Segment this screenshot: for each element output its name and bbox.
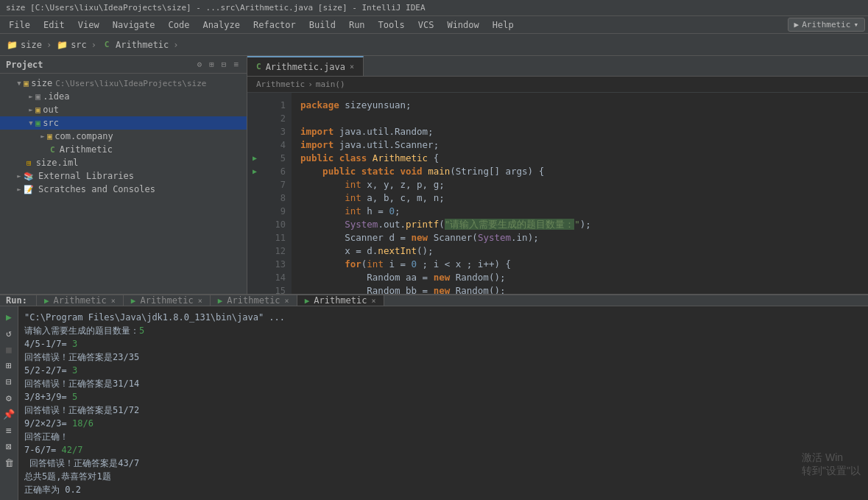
run-filter-button[interactable]: ⊠ [1, 439, 16, 454]
editor-breadcrumb: Arithmetic › main() [247, 77, 868, 93]
scratches-icon: 📝 [24, 185, 34, 194]
breadcrumb-arithmetic[interactable]: Arithmetic [116, 40, 169, 50]
menu-vcs[interactable]: VCS [412, 18, 440, 32]
run-tab-3[interactable]: ▶ Arithmetic × [211, 295, 297, 306]
console-line-path: "C:\Program Files\Java\jdk1.8.0_131\bin\… [24, 311, 862, 324]
run-step-button[interactable]: ⊟ [1, 374, 16, 389]
iml-icon: ⊞ [27, 158, 32, 168]
folder-icon-idea: ▣ [35, 91, 40, 102]
code-line-5: public class Arithmetic { [300, 152, 859, 165]
code-line-2 [300, 112, 859, 125]
run-trash-button[interactable]: 🗑 [1, 455, 16, 470]
tree-item-idea[interactable]: ► ▣ .idea [0, 90, 247, 103]
tree-item-size[interactable]: ▼ ▣ size C:\Users\lixu\IdeaProjects\size [0, 77, 247, 90]
run-icon-1: ▶ [44, 296, 49, 306]
run-scroll-button[interactable]: ≡ [1, 423, 16, 437]
console-line-q2: 5/2-2/7= 3 [24, 364, 862, 377]
panel-expand-icon[interactable]: ⊞ [207, 59, 216, 70]
console-line-q3: 3/8+3/9= 5 [24, 390, 862, 404]
run-stop-button[interactable]: ■ [1, 342, 16, 356]
run-pause-button[interactable]: ⊞ [1, 358, 16, 373]
menu-window[interactable]: Window [441, 18, 484, 32]
run-tab-close-1[interactable]: × [111, 297, 116, 305]
code-content[interactable]: package sizeyunsuan; import java.util.Ra… [292, 93, 868, 294]
run-tab-1[interactable]: ▶ Arithmetic × [37, 295, 124, 306]
tree-label-sizeiml: size.iml [36, 158, 79, 168]
code-line-8: int a, b, c, m, n; [300, 191, 859, 205]
code-line-6: public static void main(String[] args) { [300, 165, 859, 178]
title-text: size [C:\Users\lixu\IdeaProjects\size] -… [6, 3, 426, 13]
run-tab-label-4: Arithmetic [314, 295, 367, 306]
tree-item-com-company[interactable]: ► ▣ com.company [0, 130, 247, 143]
run-play-button[interactable]: ▶ [1, 309, 16, 324]
tree-item-scratches[interactable]: ► 📝 Scratches and Consoles [0, 183, 247, 196]
run-icon-4: ▶ [305, 296, 310, 306]
run-settings-button[interactable]: ⚙ [1, 390, 16, 405]
run-config[interactable]: ▶ Arithmetic ▾ [788, 18, 865, 32]
gutter-run-class[interactable]: ▶ [247, 152, 262, 165]
run-tab-4[interactable]: ▶ Arithmetic × [297, 295, 384, 306]
tree-item-src[interactable]: ▼ ▣ src [0, 116, 247, 130]
run-rerun-button[interactable]: ↺ [1, 325, 16, 340]
run-label-text: Run: [6, 295, 27, 306]
breadcrumb-size[interactable]: size [21, 40, 42, 50]
code-line-14: Random aa = new Random(); [300, 271, 859, 284]
run-tab-close-2[interactable]: × [198, 297, 202, 305]
menu-navigate[interactable]: Navigate [107, 18, 161, 32]
line-numbers: 1 2 3 4 5 6 7 8 9 10 11 12 13 14 15 [262, 93, 292, 294]
editor-area: C Arithmetic.java × Arithmetic › main() … [247, 56, 868, 294]
console-line-summary: 总共5题,恭喜答对1题 [24, 470, 862, 483]
gutter: ▶ ▶ [247, 93, 262, 294]
tree-item-arithmetic[interactable]: C Arithmetic [0, 143, 247, 156]
class-icon-arithmetic: C [50, 145, 55, 155]
tree-label-com: com.company [54, 131, 113, 141]
console-line-e3: 回答错误！正确答案是51/72 [24, 404, 862, 417]
menu-build[interactable]: Build [303, 18, 342, 32]
tree-item-out[interactable]: ► ▣ out [0, 103, 247, 116]
menu-edit[interactable]: Edit [38, 18, 71, 32]
run-icon-2: ▶ [131, 296, 136, 306]
menu-run[interactable]: Run [343, 18, 371, 32]
toolbar: 📁 size › 📁 src › C Arithmetic › [0, 34, 868, 56]
run-tab-label-2: Arithmetic [140, 295, 193, 306]
console-output[interactable]: "C:\Program Files\Java\jdk1.8.0_131\bin\… [18, 306, 868, 500]
menu-help[interactable]: Help [487, 18, 520, 32]
console-line-q5: 7-6/7= 42/7 [24, 443, 862, 457]
menu-file[interactable]: File [3, 18, 36, 32]
tree-item-sizeiml[interactable]: ⊞ size.iml [0, 156, 247, 169]
run-tab-close-4[interactable]: × [372, 297, 376, 305]
code-line-13: for(int i = 0 ; i < x ; i++) { [300, 258, 859, 271]
run-tab-close-3[interactable]: × [285, 297, 289, 305]
folder-icon-out: ▣ [35, 105, 40, 115]
breadcrumb-src[interactable]: src [71, 40, 87, 50]
tree-label-out: out [43, 105, 59, 115]
folder-icon-src: ▣ [35, 118, 40, 128]
menu-bar: File Edit View Navigate Code Analyze Ref… [0, 16, 868, 34]
run-config-label: ▶ [794, 20, 800, 29]
tab-class-icon: C [256, 62, 261, 71]
panel-collapse-icon[interactable]: ⊟ [219, 59, 229, 70]
console-line-e2: 回答错误！正确答案是31/14 [24, 377, 862, 390]
panel-settings-icon[interactable]: ≡ [231, 59, 241, 70]
breadcrumb-arrow: › [308, 80, 313, 89]
code-line-11: Scanner d = new Scanner(System.in); [300, 231, 859, 244]
folder-icon-size: ▣ [24, 78, 29, 88]
run-label: Run: [6, 295, 37, 306]
gutter-run-method[interactable]: ▶ [247, 165, 262, 178]
run-pin-button[interactable]: 📌 [1, 406, 16, 421]
run-tab-2[interactable]: ▶ Arithmetic × [124, 295, 211, 306]
code-editor[interactable]: ▶ ▶ 1 2 3 4 5 6 7 8 9 [247, 93, 868, 294]
menu-analyze[interactable]: Analyze [197, 18, 246, 32]
menu-refactor[interactable]: Refactor [247, 18, 302, 32]
menu-view[interactable]: View [72, 18, 105, 32]
code-line-9: int h = 0; [300, 205, 859, 218]
tab-close-icon[interactable]: × [350, 63, 354, 71]
menu-tools[interactable]: Tools [373, 18, 411, 32]
main-area: Project ⚙ ⊞ ⊟ ≡ ▼ ▣ size C:\Users\lixu\I… [0, 56, 868, 294]
code-line-4: import java.util.Scanner; [300, 138, 859, 152]
panel-gear-icon[interactable]: ⚙ [195, 59, 205, 70]
tree-item-ext-libs[interactable]: ► 📚 External Libraries [0, 169, 247, 183]
tree-label-src: src [43, 118, 59, 128]
tab-arithmetic-java[interactable]: C Arithmetic.java × [247, 56, 364, 76]
menu-code[interactable]: Code [163, 18, 196, 32]
